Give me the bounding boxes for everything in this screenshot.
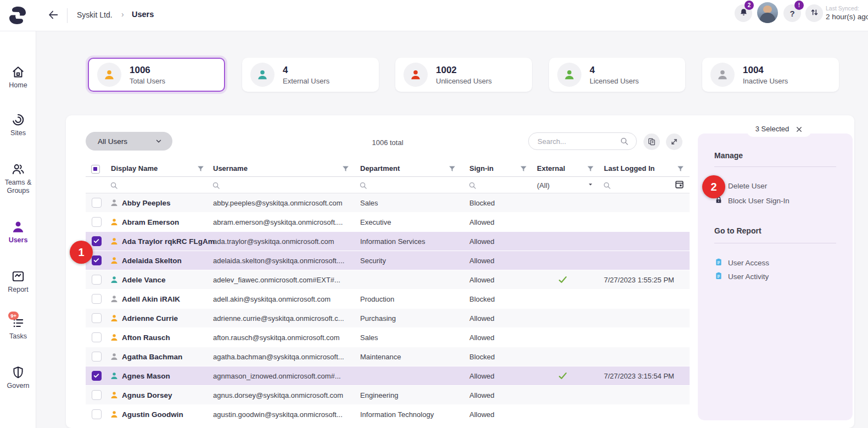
row-checkbox[interactable] [92, 332, 102, 342]
row-checkbox[interactable] [92, 390, 102, 400]
clear-selection-button[interactable] [796, 125, 803, 132]
column-header-display-name: Display Name [111, 164, 158, 173]
display-name-cell: Adrienne Currie [122, 309, 178, 327]
table-row[interactable]: Agnes Masonagnmason_iznowed.onmicrosoft.… [86, 366, 690, 386]
user-avatar-icon [110, 371, 119, 380]
user-avatar-icon [110, 391, 119, 399]
user-avatar-icon [110, 237, 119, 246]
breadcrumb-chevron-icon: › [121, 10, 124, 19]
summary-card-licensed-users[interactable]: 4Licensed Users [549, 58, 685, 92]
filter-input-sign-in[interactable] [480, 181, 540, 190]
action-label: Block User Sign-In [728, 197, 789, 205]
display-name-cell: Agustin Goodwin [122, 405, 183, 424]
row-checkbox[interactable] [92, 217, 102, 227]
username-cell: adelaida.skelton@syskitqa.onmicrosoft...… [213, 251, 344, 270]
filter-funnel-icon[interactable] [519, 165, 528, 173]
summary-card-external-users[interactable]: 4External Users [242, 58, 379, 92]
filter-input-department[interactable] [371, 181, 431, 190]
report-clipboard-icon [714, 271, 723, 282]
sidebar-item-report[interactable]: Report [0, 269, 36, 294]
external-filter-dropdown[interactable]: (All) [537, 177, 594, 193]
sidebar-item-home[interactable]: Home [0, 65, 36, 90]
calendar-icon[interactable] [674, 179, 685, 190]
card-count: 1006 [130, 65, 165, 76]
filter-funnel-icon[interactable] [448, 165, 456, 173]
block-user-sign-in-action[interactable]: Block User Sign-In [714, 194, 789, 207]
last-logged-in-cell: 7/27/2023 1:55:25 PM [604, 270, 674, 289]
table-row[interactable]: Adell Akin iRAIKadell.akin@syskitqa.onmi… [86, 290, 690, 309]
table-row[interactable]: Agnus Dorseyagnus.dorsey@syskitqa.onmicr… [86, 386, 690, 405]
row-checkbox[interactable] [92, 236, 102, 246]
filter-cell-username [212, 177, 284, 193]
row-checkbox[interactable] [92, 255, 102, 265]
sidebar-item-sites[interactable]: Sites [0, 113, 36, 137]
table-row[interactable]: Agustin Goodwinagustin.goodwin@syskitqa.… [86, 405, 690, 424]
table-row[interactable]: Adele Vanceadelev_fiawec.onmicrosoft.com… [86, 270, 690, 290]
filter-funnel-icon[interactable] [676, 165, 685, 173]
display-name-cell: Adell Akin iRAIK [122, 290, 180, 308]
breadcrumb-root[interactable]: Syskit Ltd. [77, 10, 113, 19]
display-name-cell: Afton Rausch [122, 328, 170, 347]
department-cell: Production [360, 290, 394, 308]
filter-input-display-name[interactable] [121, 181, 182, 190]
action-label: Delete User [728, 182, 767, 190]
tasks-icon: 9+ [11, 316, 25, 330]
row-checkbox[interactable] [92, 409, 102, 419]
display-name-cell: Agatha Bachman [122, 347, 182, 366]
sidebar-item-label: Teams & Groups [0, 179, 36, 195]
filter-funnel-icon[interactable] [197, 165, 205, 173]
sidebar-item-teams-groups[interactable]: Teams & Groups [0, 162, 36, 195]
sidebar-item-tasks[interactable]: 9+Tasks [0, 316, 36, 341]
summary-card-total-users[interactable]: 1006Total Users [88, 58, 225, 92]
table-row[interactable]: Adrienne Currieadrienne.currie@syskitqa.… [86, 309, 690, 328]
user-person-icon [710, 63, 735, 87]
card-label: External Users [283, 77, 329, 85]
external-check-icon [558, 371, 568, 381]
expand-icon [670, 137, 679, 146]
report-clipboard-icon [714, 258, 723, 268]
users-icon [11, 220, 25, 234]
signin-cell: Allowed [469, 270, 495, 289]
column-header-external: External [537, 164, 565, 173]
table-row[interactable]: Abby Peeplesabby.peeples@syskitqa.onmicr… [86, 193, 690, 213]
card-count: 4 [590, 65, 639, 76]
user-activity-link[interactable]: User Activity [714, 270, 769, 282]
row-checkbox[interactable] [92, 198, 102, 208]
row-checkbox[interactable] [92, 275, 102, 285]
filter-funnel-icon[interactable] [341, 165, 350, 173]
column-header-last-logged-in: Last Logged In [604, 164, 654, 173]
row-checkbox[interactable] [92, 294, 102, 304]
table-row[interactable]: Adelaida Skeltonadelaida.skelton@syskitq… [86, 251, 690, 270]
filter-input-last-logged-in[interactable] [614, 181, 667, 190]
table-row[interactable]: Ada Traylor rqkRC FLgAmada.traylor@syski… [86, 232, 690, 251]
sidebar-item-label: Home [0, 81, 36, 90]
department-cell: Information Technology [360, 405, 434, 424]
summary-card-unlicensed-users[interactable]: 1002Unlicensed Users [395, 58, 532, 92]
sidebar-item-label: Sites [0, 129, 36, 137]
row-checkbox[interactable] [92, 371, 102, 381]
user-avatar[interactable] [757, 2, 778, 23]
user-avatar-icon [110, 218, 119, 226]
back-button[interactable] [47, 9, 61, 23]
select-all-checkbox[interactable] [91, 165, 100, 174]
filter-funnel-icon[interactable] [586, 165, 595, 173]
user-avatar-icon [110, 410, 119, 419]
summary-card-inactive-users[interactable]: 1004Inactive Users [702, 58, 839, 92]
row-checkbox[interactable] [92, 313, 102, 323]
syskit-logo-icon[interactable] [8, 5, 27, 25]
user-access-link[interactable]: User Access [714, 257, 769, 269]
search-icon [620, 137, 629, 146]
row-checkbox[interactable] [92, 352, 102, 362]
report-icon [11, 269, 25, 284]
sidebar-item-users[interactable]: Users [0, 220, 36, 244]
table-row[interactable]: Afton Rauschafton.rausch@syskitqa.onmicr… [86, 328, 690, 347]
table-row[interactable]: Abram Emersonabram.emerson@syskitqa.onmi… [86, 213, 690, 232]
table-row[interactable]: Agatha Bachmanagatha.bachman@syskitqa.on… [86, 347, 690, 366]
sync-button[interactable] [805, 4, 823, 22]
fullscreen-button[interactable] [666, 134, 682, 150]
question-mark-icon: ? [789, 9, 794, 18]
copy-grid-button[interactable] [643, 134, 660, 150]
search-input[interactable] [537, 137, 620, 146]
filter-input-username[interactable] [223, 181, 284, 190]
sidebar-item-govern[interactable]: Govern [0, 365, 36, 390]
